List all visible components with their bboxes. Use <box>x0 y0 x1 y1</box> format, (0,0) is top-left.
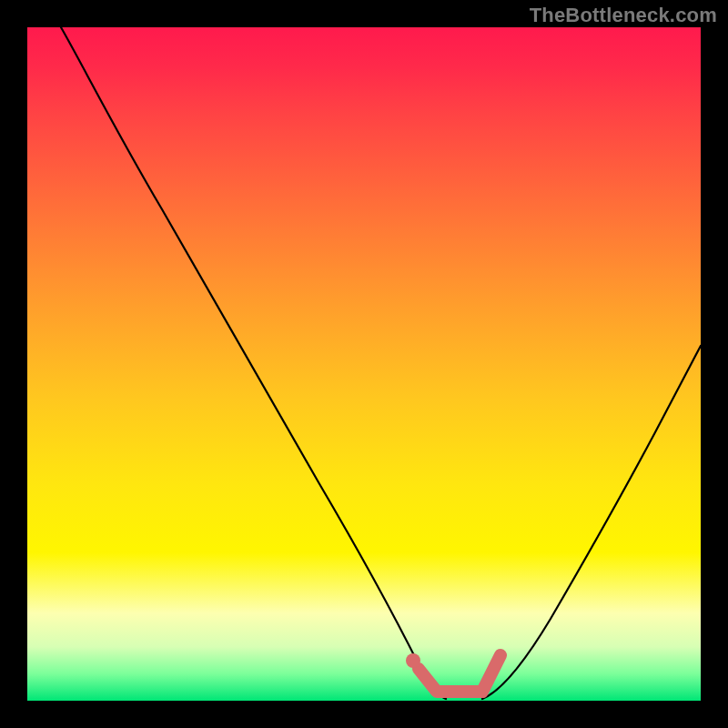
watermark-text: TheBottleneck.com <box>530 4 717 27</box>
left-curve <box>61 27 446 699</box>
highlight-min-segment <box>419 655 500 692</box>
plot-area <box>27 27 701 701</box>
highlight-start-dot <box>406 653 420 668</box>
right-curve <box>482 346 701 699</box>
chart-svg <box>27 27 701 701</box>
chart-stage: TheBottleneck.com <box>0 0 728 728</box>
